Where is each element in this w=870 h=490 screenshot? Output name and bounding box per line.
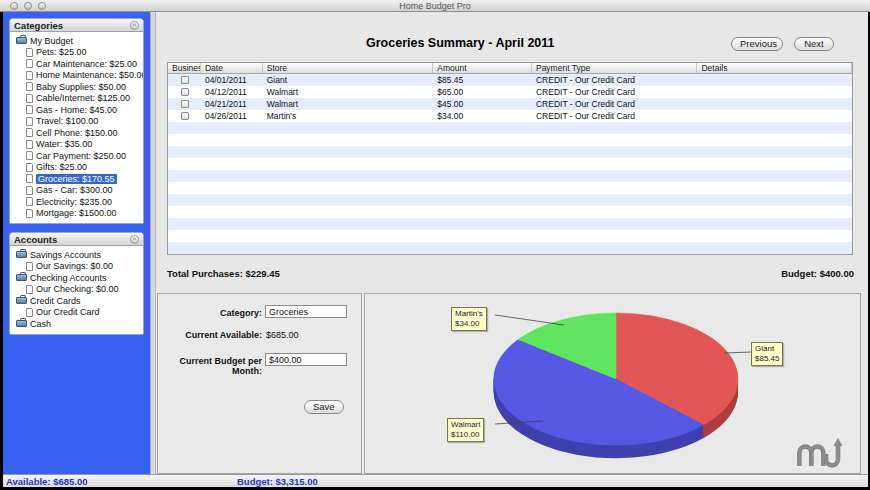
tree-item-category[interactable]: Baby Supplies: $50.00 <box>12 81 141 93</box>
accounts-panel: Accounts ^ Savings AccountsOur Savings: … <box>9 232 144 335</box>
cell-amount: $34.00 <box>433 110 532 122</box>
tree-item-account[interactable]: Our Checking: $0.00 <box>12 284 141 296</box>
transaction-row[interactable]: 04/12/2011Walmart$65.00CREDIT - Our Cred… <box>168 86 852 98</box>
cell-payment: CREDIT - Our Credit Card <box>532 98 698 110</box>
tree-item-label: Mortgage: $1500.00 <box>36 208 117 218</box>
tree-item-label: Our Savings: $0.00 <box>36 261 113 271</box>
collapse-icon[interactable]: ^ <box>130 21 139 30</box>
tree-item-category[interactable]: Car Maintenance: $25.00 <box>12 58 141 70</box>
cell-store: Giant <box>263 74 434 86</box>
tree-item-category[interactable]: Gas - Car: $300.00 <box>12 185 141 197</box>
budget-per-month-label: Current Budget per Month: <box>160 356 262 376</box>
empty-row <box>168 194 852 206</box>
business-checkbox[interactable] <box>181 76 189 84</box>
cell-store: Walmart <box>263 86 434 98</box>
column-header[interactable]: Store <box>263 63 434 73</box>
page-icon <box>26 209 33 218</box>
tree-item-label: Gifts: $25.00 <box>36 162 87 172</box>
main-area: Groceries Summary - April 2011 Previous … <box>156 12 868 474</box>
tree-item-label: Water: $35.00 <box>36 139 92 149</box>
business-checkbox[interactable] <box>181 88 189 96</box>
tree-item-category[interactable]: Travel: $100.00 <box>12 116 141 128</box>
cell-amount: $85.45 <box>433 74 532 86</box>
column-header[interactable]: Details <box>697 63 852 73</box>
page-icon <box>26 48 33 57</box>
empty-row <box>168 134 852 146</box>
cell-payment: CREDIT - Our Credit Card <box>532 86 698 98</box>
transaction-row[interactable]: 04/01/2011Giant$85.45CREDIT - Our Credit… <box>168 74 852 86</box>
next-button[interactable]: Next <box>794 37 834 51</box>
tree-item-label: Baby Supplies: $50.00 <box>36 82 126 92</box>
tree-item-category[interactable]: Gifts: $25.00 <box>12 162 141 174</box>
tree-item-category[interactable]: Mortgage: $1500.00 <box>12 208 141 220</box>
transaction-row[interactable]: 04/21/2011Walmart$45.00CREDIT - Our Cred… <box>168 98 852 110</box>
transactions-table: BusinessDateStoreAmountPayment TypeDetai… <box>167 62 853 255</box>
page-icon <box>26 105 33 114</box>
tree-item-category[interactable]: Water: $35.00 <box>12 139 141 151</box>
category-budget: Budget: $400.00 <box>781 268 854 279</box>
tree-item-category[interactable]: Electricity: $235.00 <box>12 196 141 208</box>
tree-item-label: Savings Accounts <box>30 250 101 260</box>
column-header[interactable]: Amount <box>433 63 532 73</box>
window-title: Home Budget Pro <box>0 0 870 12</box>
cell-details <box>697 86 852 98</box>
tree-item-account-group[interactable]: Checking Accounts <box>12 272 141 284</box>
tree-item-category[interactable]: Gas - Home: $45.00 <box>12 104 141 116</box>
empty-row <box>168 122 852 134</box>
status-available: Available: $685.00 <box>6 476 88 487</box>
account-folder-icon <box>16 251 27 258</box>
tree-item-label: Our Checking: $0.00 <box>36 284 119 294</box>
callout-line <box>495 315 564 325</box>
budget-per-month-input[interactable] <box>265 353 347 366</box>
cell-date: 04/26/2011 <box>201 110 263 122</box>
empty-row <box>168 146 852 158</box>
column-header[interactable]: Payment Type <box>532 63 698 73</box>
tree-item-category[interactable]: Home Maintenance: $50.00 <box>12 70 141 82</box>
account-folder-icon <box>16 320 27 327</box>
tree-item-account[interactable]: Our Savings: $0.00 <box>12 261 141 273</box>
tree-item-category[interactable]: Groceries: $170.55 <box>12 173 141 185</box>
pie-chart <box>365 294 860 473</box>
column-header[interactable]: Date <box>201 63 263 73</box>
accounts-panel-header[interactable]: Accounts ^ <box>10 233 143 246</box>
transaction-row[interactable]: 04/26/2011Martin's$34.00CREDIT - Our Cre… <box>168 110 852 122</box>
accounts-title: Accounts <box>14 234 57 245</box>
categories-panel-header[interactable]: Categories ^ <box>10 19 143 32</box>
tree-item-account-group[interactable]: Savings Accounts <box>12 249 141 261</box>
current-available-value: $685.00 <box>266 330 299 340</box>
tree-item-account[interactable]: Our Credit Card <box>12 307 141 319</box>
category-input[interactable] <box>265 305 347 318</box>
page-icon <box>26 163 33 172</box>
cell-amount: $45.00 <box>433 98 532 110</box>
tree-item-category[interactable]: Car Payment: $250.00 <box>12 150 141 162</box>
title-bar[interactable]: Home Budget Pro <box>0 0 870 12</box>
tree-item-label: Pets: $25.00 <box>36 47 87 57</box>
collapse-icon[interactable]: ^ <box>130 235 139 244</box>
tree-item-my-budget[interactable]: My Budget <box>12 35 141 47</box>
cell-store: Walmart <box>263 98 434 110</box>
tree-item-account-group[interactable]: Credit Cards <box>12 295 141 307</box>
business-checkbox[interactable] <box>181 112 189 120</box>
empty-row <box>168 230 852 242</box>
previous-button[interactable]: Previous <box>731 37 783 51</box>
cell-details <box>697 74 852 86</box>
table-header: BusinessDateStoreAmountPayment TypeDetai… <box>168 63 852 74</box>
categories-tree: My BudgetPets: $25.00Car Maintenance: $2… <box>10 32 143 223</box>
empty-row <box>168 170 852 182</box>
column-header[interactable]: Business <box>168 63 201 73</box>
page-icon <box>26 128 33 137</box>
page-icon <box>26 262 33 271</box>
tree-item-category[interactable]: Cell Phone: $150.00 <box>12 127 141 139</box>
save-button[interactable]: Save <box>304 400 344 414</box>
empty-row <box>168 218 852 230</box>
sidebar: Categories ^ My BudgetPets: $25.00Car Ma… <box>3 12 150 474</box>
tree-item-category[interactable]: Pets: $25.00 <box>12 47 141 59</box>
page-icon <box>26 285 33 294</box>
tree-item-label: Cash <box>30 319 51 329</box>
status-bar: Available: $685.00 Budget: $3,315.00 <box>3 474 868 487</box>
business-checkbox[interactable] <box>181 100 189 108</box>
tree-item-label: Checking Accounts <box>30 273 107 283</box>
tree-item-account-group[interactable]: Cash <box>12 318 141 330</box>
empty-row <box>168 158 852 170</box>
tree-item-category[interactable]: Cable/Internet: $125.00 <box>12 93 141 105</box>
